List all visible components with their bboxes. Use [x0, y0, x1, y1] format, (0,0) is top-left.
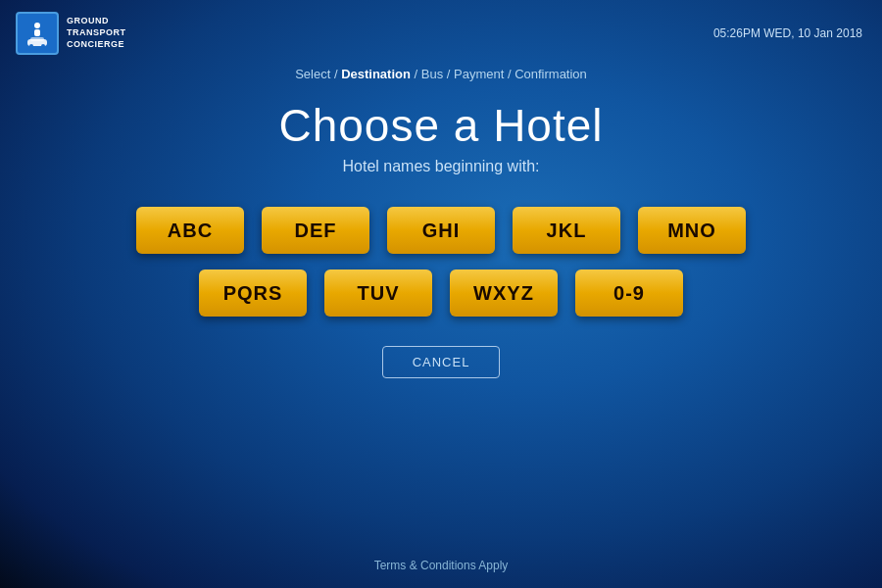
btn-wxyz[interactable]: WXYZ	[450, 270, 558, 317]
top-bar: GROUND TRANSPORT CONCIERGE 05:26PM WED, …	[0, 0, 882, 63]
btn-def[interactable]: DEF	[262, 207, 369, 254]
svg-rect-1	[34, 29, 40, 36]
screen: GROUND TRANSPORT CONCIERGE 05:26PM WED, …	[0, 0, 882, 588]
page-title: Choose a Hotel	[278, 99, 603, 152]
breadcrumb: Select / Destination / Bus / Payment / C…	[295, 67, 587, 81]
btn-pqrs[interactable]: PQRS	[199, 270, 307, 317]
buttons-area: ABC DEF GHI JKL MNO PQRS TUV WXYZ 0-9	[136, 207, 746, 317]
button-row-1: ABC DEF GHI JKL MNO	[136, 207, 746, 254]
breadcrumb-active: Destination	[341, 67, 411, 81]
btn-tuv[interactable]: TUV	[324, 270, 432, 317]
logo-area: GROUND TRANSPORT CONCIERGE	[16, 12, 126, 55]
svg-point-4	[41, 44, 45, 48]
svg-point-0	[34, 23, 40, 28]
logo-icon	[16, 12, 59, 55]
cancel-button[interactable]: CANCEL	[382, 346, 501, 378]
footer: Terms & Conditions Apply	[374, 559, 509, 572]
datetime: 05:26PM WED, 10 Jan 2018	[713, 26, 862, 40]
logo-text: GROUND TRANSPORT CONCIERGE	[67, 16, 126, 50]
btn-ghi[interactable]: GHI	[387, 207, 495, 254]
page-subtitle: Hotel names beginning with:	[342, 158, 539, 175]
button-row-2: PQRS TUV WXYZ 0-9	[199, 270, 683, 317]
btn-jkl[interactable]: JKL	[513, 207, 620, 254]
svg-point-3	[29, 44, 33, 48]
svg-rect-5	[30, 37, 44, 41]
btn-09[interactable]: 0-9	[575, 270, 683, 317]
btn-mno[interactable]: MNO	[638, 207, 746, 254]
btn-abc[interactable]: ABC	[136, 207, 244, 254]
